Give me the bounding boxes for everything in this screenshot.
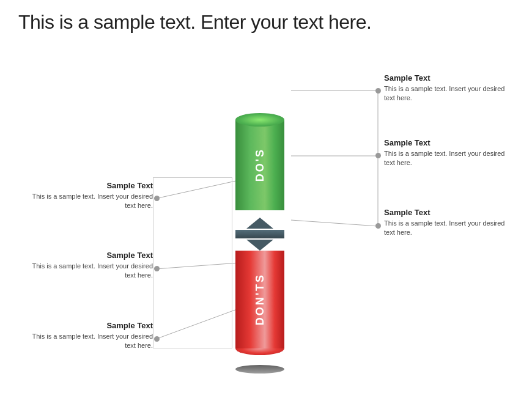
connector-dot-right-3 (375, 223, 381, 229)
left-label-1-title: Sample Text (31, 181, 153, 190)
arrow-down-icon (246, 240, 273, 251)
svg-line-5 (291, 220, 378, 226)
right-label-2-title: Sample Text (384, 138, 506, 147)
dos-cylinder-top (235, 113, 284, 127)
right-label-3-desc: This is a sample text. Insert your desir… (384, 219, 506, 238)
left-label-3-title: Sample Text (31, 321, 153, 330)
left-label-1: Sample Text This is a sample text. Inser… (31, 181, 153, 211)
right-label-1-title: Sample Text (384, 73, 506, 83)
dos-label: DO'S (254, 148, 267, 182)
right-label-1-desc: This is a sample text. Insert your desir… (384, 84, 506, 103)
connector-dot-right-2 (375, 153, 381, 158)
dos-cylinder: DO'S (235, 113, 284, 217)
left-label-3: Sample Text This is a sample text. Inser… (31, 321, 153, 351)
right-label-3: Sample Text This is a sample text. Inser… (384, 208, 506, 238)
connector-dot-right-1 (375, 88, 381, 94)
right-label-3-title: Sample Text (384, 208, 506, 217)
right-label-1: Sample Text This is a sample text. Inser… (384, 73, 506, 103)
left-label-3-desc: This is a sample text. Insert your desir… (31, 332, 153, 351)
dos-cylinder-body: DO'S (235, 120, 284, 210)
donts-cylinder: DON'TS (235, 251, 284, 364)
cylinder-base (235, 365, 284, 373)
right-label-2: Sample Text This is a sample text. Inser… (384, 138, 506, 168)
arrow-up-icon (246, 218, 273, 229)
left-label-1-desc: This is a sample text. Insert your desir… (31, 192, 153, 211)
donts-label: DON'TS (254, 273, 267, 325)
left-label-2: Sample Text This is a sample text. Inser… (31, 251, 153, 281)
donts-cylinder-body: DON'TS (235, 251, 284, 348)
left-connector-box (153, 177, 232, 348)
arrows-section (235, 217, 284, 251)
right-label-2-desc: This is a sample text. Insert your desir… (384, 149, 506, 168)
left-label-2-title: Sample Text (31, 251, 153, 260)
left-label-2-desc: This is a sample text. Insert your desir… (31, 262, 153, 281)
page-title: This is a sample text. Enter your text h… (18, 11, 514, 34)
arrow-bar (235, 230, 284, 238)
cylinder: DO'S DON'TS (232, 113, 287, 373)
